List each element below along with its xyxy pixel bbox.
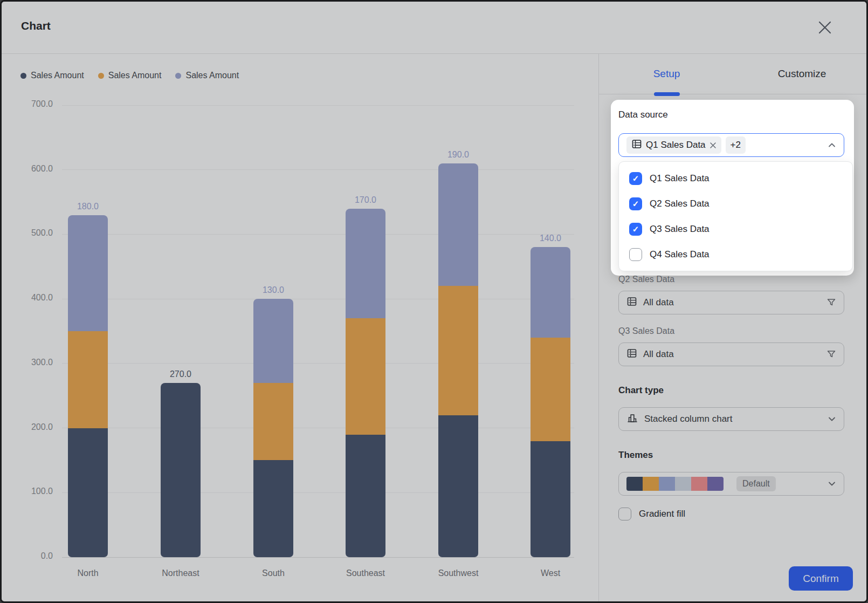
checkbox-unchecked-icon[interactable]: [629, 248, 642, 261]
gridline: [62, 299, 574, 299]
bar-segment[interactable]: [161, 383, 201, 557]
dialog-title: Chart: [21, 19, 51, 32]
close-icon[interactable]: [816, 18, 834, 37]
table-icon: [631, 139, 642, 152]
legend-item[interactable]: Sales Amount: [98, 71, 162, 80]
dropdown-option-q2-sales-data[interactable]: ✓Q2 Sales Data: [619, 191, 852, 216]
data-range-field[interactable]: All data: [618, 342, 844, 366]
overflow-count-tag[interactable]: +2: [726, 136, 746, 154]
y-tick-label: 600.0: [15, 164, 53, 174]
data-label: 140.0: [518, 234, 583, 243]
dropdown-option-q3-sales-data[interactable]: ✓Q3 Sales Data: [619, 216, 852, 242]
chevron-down-icon: [828, 479, 836, 488]
legend-item[interactable]: Sales Amount: [175, 71, 239, 80]
selected-source-tag[interactable]: Q1 Sales Data: [626, 136, 721, 154]
bar-segment[interactable]: [438, 286, 478, 415]
gradient-fill-checkbox[interactable]: [618, 508, 631, 520]
bar-segment[interactable]: [68, 428, 108, 557]
table-icon: [626, 348, 637, 361]
bar-southwest[interactable]: [438, 163, 478, 557]
chart-type-heading: Chart type: [618, 385, 664, 396]
theme-color-swatch: [626, 477, 643, 491]
remove-tag-icon[interactable]: [709, 142, 717, 149]
gridline: [62, 557, 574, 558]
gridline: [62, 363, 574, 364]
dropdown-option-q1-sales-data[interactable]: ✓Q1 Sales Data: [619, 166, 852, 191]
legend-dot-icon: [20, 73, 26, 79]
bar-segment[interactable]: [253, 383, 293, 461]
bar-segment[interactable]: [253, 460, 293, 557]
option-label: Q1 Sales Data: [650, 173, 709, 184]
bar-segment[interactable]: [253, 299, 293, 383]
legend-item[interactable]: Sales Amount: [20, 71, 84, 80]
bar-segment[interactable]: [531, 441, 570, 557]
data-label: 170.0: [333, 195, 398, 205]
chart-type-select[interactable]: Stacked column chart: [618, 407, 844, 431]
tab-setup-label: Setup: [653, 68, 680, 80]
bar-segment[interactable]: [438, 415, 478, 557]
data-label: 270.0: [148, 369, 213, 379]
legend-label: Sales Amount: [108, 71, 162, 80]
theme-color-swatch: [691, 477, 707, 491]
legend-dot-icon: [98, 73, 104, 79]
chevron-down-icon: [828, 415, 836, 423]
gridline: [62, 105, 574, 106]
column-chart-icon: [626, 412, 638, 427]
data-range-field[interactable]: All data: [618, 291, 844, 314]
gradient-fill-toggle[interactable]: Gradient fill: [618, 508, 685, 520]
gridline: [62, 428, 574, 428]
tab-customize[interactable]: Customize: [734, 54, 868, 94]
bar-segment[interactable]: [531, 247, 570, 338]
dropdown-option-q4-sales-data[interactable]: Q4 Sales Data: [619, 242, 852, 267]
checkbox-checked-icon[interactable]: ✓: [629, 172, 642, 185]
bar-southeast[interactable]: [346, 209, 385, 557]
bar-segment[interactable]: [346, 209, 385, 319]
bar-segment[interactable]: [346, 435, 385, 557]
themes-select[interactable]: Default: [618, 472, 844, 496]
themes-heading: Themes: [618, 450, 653, 461]
data-range-value: All data: [643, 349, 674, 360]
data-source-dropdown: ✓Q1 Sales Data✓Q2 Sales Data✓Q3 Sales Da…: [618, 161, 853, 271]
bar-west[interactable]: [531, 247, 570, 557]
chart-type-value: Stacked column chart: [644, 414, 732, 424]
x-category-label: South: [228, 568, 319, 578]
option-label: Q2 Sales Data: [650, 198, 709, 209]
y-tick-label: 300.0: [15, 358, 53, 367]
gridline: [62, 234, 574, 235]
checkbox-checked-icon[interactable]: ✓: [629, 223, 642, 236]
gridline: [62, 492, 574, 493]
tab-bar: Setup Customize: [599, 54, 868, 94]
theme-color-swatch: [643, 477, 659, 491]
tab-setup[interactable]: Setup: [599, 54, 734, 94]
chevron-up-icon[interactable]: [828, 141, 836, 149]
data-source-select[interactable]: Q1 Sales Data +2: [618, 133, 844, 157]
y-tick-label: 100.0: [15, 486, 53, 496]
bar-segment[interactable]: [68, 215, 108, 331]
bar-northeast[interactable]: [161, 383, 201, 557]
bar-segment[interactable]: [68, 331, 108, 428]
filter-source-label: Q2 Sales Data: [618, 275, 674, 284]
table-icon: [626, 296, 637, 310]
x-category-label: North: [42, 568, 134, 578]
confirm-button[interactable]: Confirm: [789, 566, 853, 591]
bar-segment[interactable]: [531, 338, 570, 441]
checkbox-checked-icon[interactable]: ✓: [629, 197, 642, 210]
data-label: 190.0: [426, 150, 491, 160]
filter-icon[interactable]: [826, 350, 836, 359]
data-label: 130.0: [241, 285, 306, 295]
bar-segment[interactable]: [438, 163, 478, 286]
theme-color-swatch: [675, 477, 691, 491]
data-label: 180.0: [56, 202, 120, 211]
bar-north[interactable]: [68, 215, 108, 557]
data-range-value: All data: [643, 297, 674, 308]
legend-label: Sales Amount: [31, 71, 84, 80]
theme-color-swatch: [659, 477, 675, 491]
settings-panel: Setup Customize Data source Q1 Sales Dat…: [598, 54, 868, 603]
filter-icon[interactable]: [826, 298, 836, 307]
legend-dot-icon: [175, 73, 181, 79]
selected-source-name: Q1 Sales Data: [646, 140, 706, 150]
bar-segment[interactable]: [346, 318, 385, 434]
y-tick-label: 200.0: [15, 422, 53, 432]
y-tick-label: 400.0: [15, 293, 53, 303]
bar-south[interactable]: [253, 299, 293, 557]
